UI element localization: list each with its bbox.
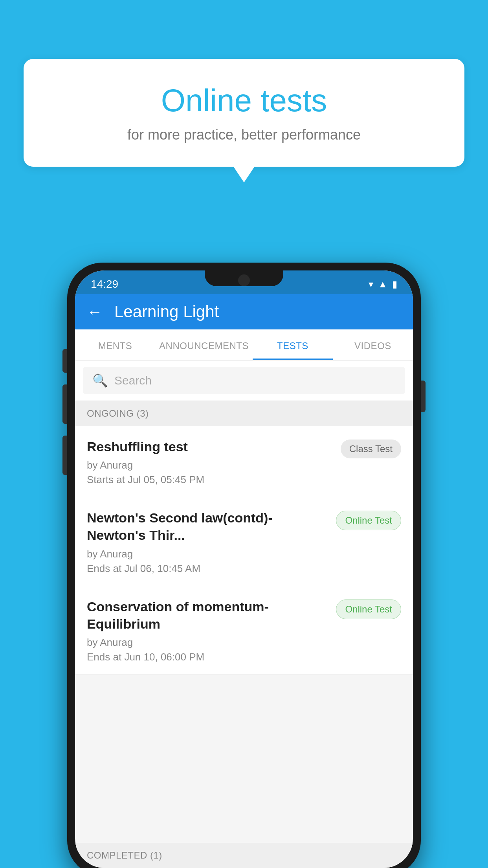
- bubble-subtitle: for more practice, better performance: [55, 127, 433, 143]
- search-icon: 🔍: [92, 373, 108, 388]
- test-info-2: Newton's Second law(contd)-Newton's Thir…: [87, 509, 328, 574]
- test-name-3: Conservation of momentum-Equilibrium: [87, 598, 328, 633]
- battery-icon: ▮: [392, 279, 397, 290]
- app-header: ← Learning Light: [75, 294, 413, 329]
- test-date-1: Starts at Jul 05, 05:45 PM: [87, 474, 333, 486]
- search-bar[interactable]: 🔍 Search: [83, 367, 405, 394]
- speech-bubble: Online tests for more practice, better p…: [24, 59, 464, 167]
- tab-announcements[interactable]: ANNOUNCEMENTS: [155, 329, 253, 360]
- search-placeholder-text: Search: [114, 374, 152, 387]
- app-title: Learning Light: [114, 302, 219, 321]
- silent-button: [62, 436, 67, 475]
- test-date-3: Ends at Jun 10, 06:00 PM: [87, 651, 328, 663]
- back-button[interactable]: ←: [87, 303, 103, 321]
- phone-notch: [205, 270, 283, 286]
- test-author-1: by Anurag: [87, 459, 333, 471]
- promo-bubble: Online tests for more practice, better p…: [24, 59, 464, 167]
- bubble-title: Online tests: [55, 83, 433, 119]
- test-name-2: Newton's Second law(contd)-Newton's Thir…: [87, 509, 328, 544]
- test-date-2: Ends at Jul 06, 10:45 AM: [87, 563, 328, 575]
- phone-screen: 14:29 ▾ ▲ ▮ ← Learning Light MENTS ANNOU…: [75, 270, 413, 868]
- test-item-2[interactable]: Newton's Second law(contd)-Newton's Thir…: [75, 497, 413, 586]
- tabs-bar: MENTS ANNOUNCEMENTS TESTS VIDEOS: [75, 329, 413, 360]
- volume-up-button: [62, 349, 67, 373]
- completed-section-header: COMPLETED (1): [75, 843, 413, 868]
- wifi-icon: ▾: [369, 279, 373, 290]
- test-author-2: by Anurag: [87, 548, 328, 560]
- test-name-1: Reshuffling test: [87, 438, 333, 455]
- phone-frame: 14:29 ▾ ▲ ▮ ← Learning Light MENTS ANNOU…: [67, 263, 421, 868]
- status-time: 14:29: [91, 278, 118, 291]
- power-button: [421, 381, 426, 412]
- ongoing-section-header: ONGOING (3): [75, 401, 413, 426]
- tab-tests[interactable]: TESTS: [253, 329, 333, 360]
- test-badge-3: Online Test: [336, 600, 401, 619]
- signal-icon: ▲: [378, 279, 387, 290]
- status-icons: ▾ ▲ ▮: [369, 279, 397, 290]
- test-author-3: by Anurag: [87, 636, 328, 649]
- test-badge-1: Class Test: [341, 440, 401, 458]
- tab-ments[interactable]: MENTS: [75, 329, 155, 360]
- tab-videos[interactable]: VIDEOS: [333, 329, 413, 360]
- test-badge-2: Online Test: [336, 511, 401, 530]
- test-item-3[interactable]: Conservation of momentum-Equilibrium by …: [75, 586, 413, 675]
- test-info-1: Reshuffling test by Anurag Starts at Jul…: [87, 438, 333, 486]
- search-container: 🔍 Search: [75, 360, 413, 401]
- test-item-1[interactable]: Reshuffling test by Anurag Starts at Jul…: [75, 426, 413, 497]
- test-info-3: Conservation of momentum-Equilibrium by …: [87, 598, 328, 663]
- volume-down-button: [62, 384, 67, 424]
- front-camera: [238, 274, 250, 286]
- test-list: Reshuffling test by Anurag Starts at Jul…: [75, 426, 413, 675]
